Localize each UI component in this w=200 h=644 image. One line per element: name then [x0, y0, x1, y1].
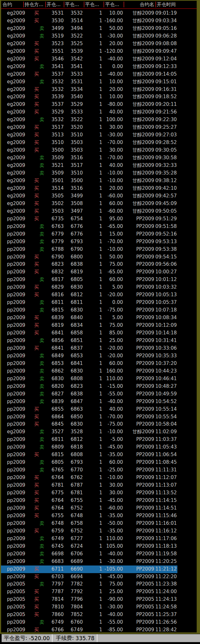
table-row[interactable]: pp2009 买 6711 6690 1 -105.00 PP2009 11:2…	[1, 565, 177, 573]
table-row[interactable]: eg2009 买 3551 3539 1 -120.00 甘醇2009 09:0…	[1, 48, 177, 55]
table-row[interactable]: eg2009 买 3546 3542 1 -40.00 甘醇2009 09:12…	[1, 55, 177, 63]
table-row[interactable]: pp2009 卖 6856 6851 1 25.00 PP2009 10:31:…	[1, 337, 177, 345]
table-row[interactable]: pp2009 卖 6827 6838 1 -55.00 PP2009 10:49…	[1, 390, 177, 398]
table-row[interactable]: pp2009 卖 6779 6793 1 -70.00 PP2009 09:53…	[1, 238, 177, 246]
open-price-cell: 6749	[52, 535, 64, 543]
table-row[interactable]: pp2009 买 6832 6819 1 -65.00 PP2009 10:00…	[1, 268, 177, 276]
table-body[interactable]: eg2009 买 3531 3532 1 10.00 甘醇2009 09:01:…	[1, 10, 177, 633]
table-row[interactable]: pp2009 买 6839 6840 1 5.00 PP2009 10:08:3…	[1, 314, 177, 322]
table-row[interactable]: eg2009 卖 3499 3494 1 50.00 甘醇2009 09:05:…	[1, 25, 177, 32]
table-row[interactable]: pp2009 卖 6788 6790 1 -10.00 PP2009 09:53…	[1, 246, 177, 253]
table-row[interactable]: pp2009 买 6755 6748 1 -35.00 PP2009 11:15…	[1, 512, 177, 520]
table-row[interactable]: eg2009 卖 3527 3528 1 -10.00 甘醇2009 11:02…	[1, 428, 177, 436]
table-row[interactable]: pp2009 买 6823 6838 1 75.00 PP2009 09:56:…	[1, 261, 177, 268]
table-row[interactable]: pp2005 卖 7797 7782 1 75.00 PP2005 11:23:…	[1, 580, 177, 588]
table-row[interactable]: pp2009 卖 6745 6724 1 105.00 PP2009 11:18…	[1, 543, 177, 550]
table-row[interactable]: eg2009 买 3514 3516 1 20.00 甘醇2009 09:42:…	[1, 185, 177, 192]
table-row[interactable]: pp2009 买 6781 6787 1 30.00 PP2009 11:13:…	[1, 482, 177, 489]
table-row[interactable]: pp2009 买 6764 6755 1 -45.00 PP2009 11:14…	[1, 497, 177, 504]
table-row[interactable]: eg2009 卖 3541 3541 1 0.00 甘醇2009 09:12:3…	[1, 63, 177, 71]
table-row[interactable]: pp2009 卖 6749 6760 1 -55.00 PP2009 11:26…	[1, 619, 177, 626]
table-row[interactable]: eg2009 买 3501 3500 1 -10.00 甘醇2009 09:38…	[1, 177, 177, 185]
open-price-cell: 3509	[52, 154, 64, 162]
table-row[interactable]: pp2009 买 6764 6752 1 -60.00 PP2009 11:14…	[1, 504, 177, 512]
table-row[interactable]: pp2009 买 6829 6830 1 5.00 PP2009 10:03:3…	[1, 284, 177, 291]
table-row[interactable]: pp2009 卖 6811 6811 1 0.00 PP2009 10:05:3…	[1, 299, 177, 306]
table-row[interactable]: pp2009 卖 6815 6830 1 -75.00 PP2009 10:07…	[1, 306, 177, 314]
table-row[interactable]: eg2009 卖 3509 3516 1 -70.00 甘醇2009 09:30…	[1, 154, 177, 162]
column-header-close-pnl[interactable]: 平仓...	[105, 1, 119, 8]
table-row[interactable]: eg2009 卖 3521 3517 1 40.00 甘醇2009 09:32:…	[1, 162, 177, 169]
table-row[interactable]: pp2009 卖 6809 6818 1 -45.00 PP2009 11:05…	[1, 443, 177, 451]
table-row[interactable]: pp2009 买 6816 6812 1 -20.00 PP2009 10:05…	[1, 291, 177, 299]
column-header-contract-name[interactable]: 合约名	[140, 1, 154, 8]
table-row[interactable]: pp2009 买 6841 6837 1 -20.00 PP2009 10:33…	[1, 345, 177, 352]
table-row[interactable]: pp2009 买 6855 6863 1 40.00 PP2009 10:55:…	[1, 406, 177, 413]
table-row[interactable]: eg2009 买 3517 3520 1 30.00 甘醇2009 09:25:…	[1, 124, 177, 131]
table-row[interactable]: pp2005 买 7787 7792 1 25.00 PP2005 11:24:…	[1, 588, 177, 596]
contract-name-cell: PP2009	[136, 322, 154, 329]
table-row[interactable]: eg2009 买 3539 3540 1 10.00 甘醇2009 09:18:…	[1, 93, 177, 101]
column-header-direction[interactable]: 持仓方...	[25, 1, 43, 8]
table-row[interactable]: eg2009 买 3503 3497 1 -60.00 甘醇2009 09:50…	[1, 208, 177, 215]
table-row[interactable]: pp2009 买 6735 6754 1 95.00 PP2009 09:51:…	[1, 215, 177, 223]
table-row[interactable]: eg2009 买 3523 3525 1 20.00 甘醇2009 09:08:…	[1, 40, 177, 48]
table-row[interactable]: eg2009 卖 3509 3510 1 -10.00 甘醇2009 09:35…	[1, 169, 177, 177]
open-time-cell: 11:13:07	[155, 482, 177, 489]
table-row[interactable]: pp2005 买 7814 7796 1 -90.00 PP2005 11:24…	[1, 596, 177, 603]
table-row[interactable]: eg2009 买 3532 3534 1 20.00 甘醇2009 09:16:…	[1, 86, 177, 93]
column-header-open-time[interactable]: 开仓时间	[157, 1, 176, 8]
table-row[interactable]: eg2009 买 3505 3499 1 -60.00 甘醇2009 09:42…	[1, 192, 177, 200]
close-qty-cell: 1	[99, 322, 102, 329]
table-row[interactable]: eg2009 买 3510 3503 1 -70.00 甘醇2009 09:28…	[1, 139, 177, 147]
table-row[interactable]: eg2009 卖 3519 3522 1 -30.00 甘醇2009 09:06…	[1, 32, 177, 40]
close-qty-cell: 1	[99, 230, 102, 238]
table-row[interactable]: pp2009 买 6790 6800 1 50.00 PP2009 09:54:…	[1, 253, 177, 261]
table-row[interactable]: pp2009 买 6764 6762 1 -10.00 PP2009 11:12…	[1, 474, 177, 482]
table-row[interactable]: pp2009 卖 6811 6812 1 -5.00 PP2009 11:03:…	[1, 436, 177, 443]
table-row[interactable]: pp2009 卖 6817 6805 1 60.00 PP2009 10:01:…	[1, 276, 177, 284]
table-row[interactable]: pp2009 买 6703 6694 1 -45.00 PP2009 11:22…	[1, 573, 177, 581]
table-row[interactable]: eg2009 卖 3532 3531 1 10.00 甘醇2009 09:15:…	[1, 78, 177, 86]
table-row[interactable]: pp2009 买 6775 6781 1 30.00 PP2009 11:13:…	[1, 489, 177, 497]
table-row[interactable]: eg2009 买 3531 3532 1 10.00 甘醇2009 09:01:…	[1, 10, 177, 17]
table-row[interactable]: pp2009 卖 6749 6727 1 110.00 PP2009 11:17…	[1, 535, 177, 543]
column-header-close-price[interactable]: 平仓...	[65, 1, 79, 8]
table-row[interactable]: pp2009 卖 6862 6830 1 160.00 PP2009 10:44…	[1, 367, 177, 375]
table-row[interactable]: pp2009 卖 6765 6770 1 -25.00 PP2009 11:11…	[1, 466, 177, 474]
table-row[interactable]: eg2009 买 3537 3529 1 -80.00 甘醇2009 09:20…	[1, 101, 177, 108]
table-row[interactable]: eg2009 买 3513 3510 1 -30.00 甘醇2009 09:27…	[1, 131, 177, 139]
table-row[interactable]: pp2009 卖 6805 6793 1 60.00 PP2009 11:08:…	[1, 459, 177, 466]
table-row[interactable]: pp2009 卖 6839 6847 1 -40.00 PP2009 10:54…	[1, 398, 177, 406]
table-row[interactable]: eg2009 买 3529 3533 1 40.00 甘醇2009 09:21:…	[1, 108, 177, 116]
table-row[interactable]: eg2009 买 3502 3508 1 60.00 甘醇2009 09:45:…	[1, 200, 177, 208]
table-row[interactable]: pp2009 买 6841 6858 1 85.00 PP2009 10:14:…	[1, 329, 177, 337]
table-row[interactable]: eg2009 买 3530 3514 1 -160.00 甘醇2009 09:0…	[1, 17, 177, 25]
column-header-open-price[interactable]: 开仓...	[46, 1, 61, 8]
table-row[interactable]: pp2009 买 6845 6830 1 -75.00 PP2009 10:58…	[1, 421, 177, 428]
table-row[interactable]: pp2005 买 7810 7804 1 -30.00 PP2005 11:24…	[1, 603, 177, 611]
table-row[interactable]: pp2009 卖 6748 6758 1 -50.00 PP2009 11:16…	[1, 520, 177, 527]
table-row[interactable]: pp2009 卖 6763 6776 1 -65.00 PP2009 09:51…	[1, 223, 177, 230]
table-row[interactable]: pp2009 买 6864 6850 1 -70.00 PP2009 10:55…	[1, 413, 177, 421]
table-row[interactable]: eg2009 买 3537 3533 1 -40.00 甘醇2009 09:14…	[1, 71, 177, 78]
close-qty-cell: 1	[99, 86, 102, 93]
table-row[interactable]: pp2009 卖 6779 6776 1 15.00 PP2009 09:52:…	[1, 230, 177, 238]
table-row[interactable]: pp2009 卖 6698 6706 1 -40.00 PP2009 11:19…	[1, 550, 177, 558]
table-row[interactable]: pp2009 卖 6830 6808 1 110.00 PP2009 10:46…	[1, 375, 177, 383]
table-row[interactable]: pp2005 买 7860 7852 1 -40.00 PP2005 11:25…	[1, 611, 177, 619]
table-row[interactable]: eg2009 买 3500 3503 1 30.00 甘醇2009 09:30:…	[1, 147, 177, 154]
table-row[interactable]: pp2009 买 6766 6749 1 -85.00 PP2009 11:28…	[1, 626, 177, 633]
close-price-cell: 7796	[71, 596, 83, 603]
table-row[interactable]: pp2009 买 6819 6834 1 75.00 PP2009 10:12:…	[1, 322, 177, 329]
contract-name-cell: 甘醇2009	[132, 124, 154, 131]
table-row[interactable]: pp2009 卖 6820 6823 1 -15.00 PP2009 10:48…	[1, 383, 177, 390]
table-row[interactable]: pp2009 卖 6683 6689 1 -30.00 PP2009 11:20…	[1, 558, 177, 565]
column-header-close-qty[interactable]: 平仓...	[85, 1, 99, 8]
table-row[interactable]: pp2009 卖 6853 6841 1 60.00 PP2009 10:37:…	[1, 360, 177, 367]
table-row[interactable]: pp2009 买 6759 6752 1 -35.00 PP2009 11:16…	[1, 527, 177, 535]
table-row[interactable]: eg2009 卖 3532 3522 1 100.00 甘醇2009 09:22…	[1, 116, 177, 124]
table-row[interactable]: pp2009 卖 6849 6853 1 -20.00 PP2009 10:35…	[1, 352, 177, 360]
table-row[interactable]: pp2009 买 6815 6808 1 -35.00 PP2009 11:06…	[1, 451, 177, 459]
column-header-contract[interactable]: 合约	[3, 1, 12, 8]
